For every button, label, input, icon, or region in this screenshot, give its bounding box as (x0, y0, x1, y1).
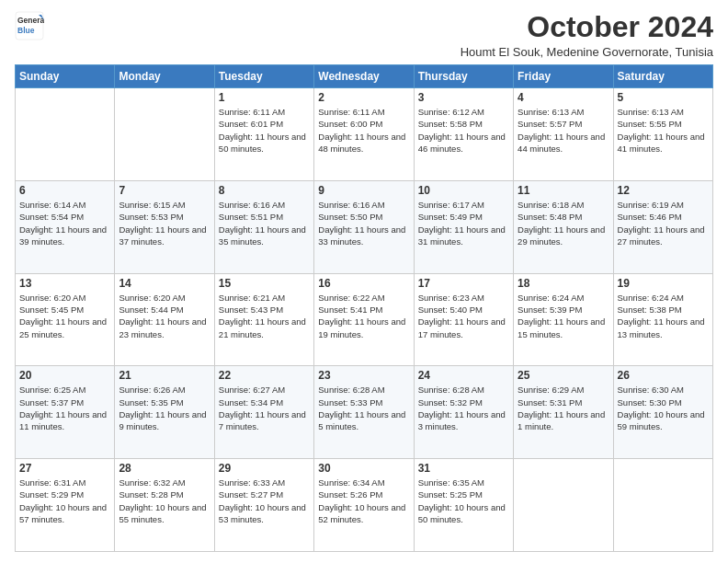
calendar-cell: 22Sunrise: 6:27 AMSunset: 5:34 PMDayligh… (214, 366, 313, 459)
calendar-cell: 11Sunrise: 6:18 AMSunset: 5:48 PMDayligh… (514, 180, 613, 273)
logo-container: General Blue (15, 11, 44, 40)
calendar-cell (514, 459, 613, 552)
svg-text:General: General (17, 16, 44, 25)
day-info: Sunrise: 6:17 AMSunset: 5:49 PMDaylight:… (418, 199, 509, 247)
calendar-week-1: 1Sunrise: 6:11 AMSunset: 6:01 PMDaylight… (16, 88, 713, 181)
day-info: Sunrise: 6:29 AMSunset: 5:31 PMDaylight:… (518, 384, 609, 432)
day-number: 23 (318, 369, 409, 382)
logo-graphic: General Blue (15, 11, 44, 40)
calendar-cell: 31Sunrise: 6:35 AMSunset: 5:25 PMDayligh… (414, 459, 513, 552)
title-section: October 2024 Houmt El Souk, Medenine Gov… (461, 11, 713, 59)
calendar-cell: 29Sunrise: 6:33 AMSunset: 5:27 PMDayligh… (214, 459, 313, 552)
calendar-cell: 16Sunrise: 6:22 AMSunset: 5:41 PMDayligh… (314, 273, 414, 366)
calendar-header-tuesday: Tuesday (214, 65, 313, 88)
day-number: 2 (318, 91, 409, 104)
day-number: 16 (318, 277, 409, 290)
calendar-week-2: 6Sunrise: 6:14 AMSunset: 5:54 PMDaylight… (16, 180, 713, 273)
calendar-cell (613, 459, 712, 552)
calendar-cell: 15Sunrise: 6:21 AMSunset: 5:43 PMDayligh… (214, 273, 313, 366)
day-number: 24 (418, 369, 509, 382)
calendar-cell: 7Sunrise: 6:15 AMSunset: 5:53 PMDaylight… (115, 180, 214, 273)
day-number: 28 (119, 462, 210, 475)
calendar-cell: 13Sunrise: 6:20 AMSunset: 5:45 PMDayligh… (16, 273, 115, 366)
calendar-cell: 30Sunrise: 6:34 AMSunset: 5:26 PMDayligh… (314, 459, 414, 552)
calendar-cell: 17Sunrise: 6:23 AMSunset: 5:40 PMDayligh… (414, 273, 513, 366)
day-info: Sunrise: 6:24 AMSunset: 5:39 PMDaylight:… (518, 292, 609, 340)
calendar-table: SundayMondayTuesdayWednesdayThursdayFrid… (15, 64, 713, 552)
calendar-cell: 12Sunrise: 6:19 AMSunset: 5:46 PMDayligh… (613, 180, 712, 273)
svg-text:Blue: Blue (17, 26, 35, 35)
calendar-cell: 27Sunrise: 6:31 AMSunset: 5:29 PMDayligh… (16, 459, 115, 552)
calendar-cell: 20Sunrise: 6:25 AMSunset: 5:37 PMDayligh… (16, 366, 115, 459)
day-info: Sunrise: 6:25 AMSunset: 5:37 PMDaylight:… (19, 384, 110, 432)
day-info: Sunrise: 6:12 AMSunset: 5:58 PMDaylight:… (418, 106, 509, 155)
day-info: Sunrise: 6:15 AMSunset: 5:53 PMDaylight:… (119, 199, 210, 247)
calendar-header-friday: Friday (514, 65, 613, 88)
day-number: 7 (119, 184, 210, 197)
day-number: 19 (618, 277, 709, 290)
calendar-week-3: 13Sunrise: 6:20 AMSunset: 5:45 PMDayligh… (16, 273, 713, 366)
calendar-week-5: 27Sunrise: 6:31 AMSunset: 5:29 PMDayligh… (16, 459, 713, 552)
calendar-cell: 9Sunrise: 6:16 AMSunset: 5:50 PMDaylight… (314, 180, 414, 273)
day-info: Sunrise: 6:35 AMSunset: 5:25 PMDaylight:… (418, 477, 509, 525)
calendar-cell: 18Sunrise: 6:24 AMSunset: 5:39 PMDayligh… (514, 273, 613, 366)
day-info: Sunrise: 6:11 AMSunset: 6:01 PMDaylight:… (219, 106, 310, 155)
day-number: 18 (518, 277, 609, 290)
page: General Blue October 2024 Houmt El Souk,… (0, 0, 728, 563)
day-info: Sunrise: 6:20 AMSunset: 5:45 PMDaylight:… (19, 292, 110, 340)
day-number: 22 (219, 369, 310, 382)
calendar-header-thursday: Thursday (414, 65, 513, 88)
day-number: 15 (219, 277, 310, 290)
day-info: Sunrise: 6:27 AMSunset: 5:34 PMDaylight:… (219, 384, 310, 432)
day-info: Sunrise: 6:24 AMSunset: 5:38 PMDaylight:… (618, 292, 709, 340)
calendar-header-row: SundayMondayTuesdayWednesdayThursdayFrid… (16, 65, 713, 88)
calendar-week-4: 20Sunrise: 6:25 AMSunset: 5:37 PMDayligh… (16, 366, 713, 459)
day-number: 27 (19, 462, 110, 475)
calendar-cell: 21Sunrise: 6:26 AMSunset: 5:35 PMDayligh… (115, 366, 214, 459)
day-info: Sunrise: 6:23 AMSunset: 5:40 PMDaylight:… (418, 292, 509, 340)
calendar-cell: 10Sunrise: 6:17 AMSunset: 5:49 PMDayligh… (414, 180, 513, 273)
day-info: Sunrise: 6:30 AMSunset: 5:30 PMDaylight:… (618, 384, 709, 432)
day-number: 13 (19, 277, 110, 290)
day-number: 6 (19, 184, 110, 197)
day-number: 14 (119, 277, 210, 290)
calendar-cell: 26Sunrise: 6:30 AMSunset: 5:30 PMDayligh… (613, 366, 712, 459)
calendar-cell: 24Sunrise: 6:28 AMSunset: 5:32 PMDayligh… (414, 366, 513, 459)
logo: General Blue (15, 11, 44, 40)
day-info: Sunrise: 6:28 AMSunset: 5:33 PMDaylight:… (318, 384, 409, 432)
calendar-header-wednesday: Wednesday (314, 65, 414, 88)
day-number: 5 (618, 91, 709, 104)
day-info: Sunrise: 6:20 AMSunset: 5:44 PMDaylight:… (119, 292, 210, 340)
calendar-cell: 3Sunrise: 6:12 AMSunset: 5:58 PMDaylight… (414, 88, 513, 181)
day-number: 8 (219, 184, 310, 197)
day-info: Sunrise: 6:13 AMSunset: 5:57 PMDaylight:… (518, 106, 609, 155)
day-number: 29 (219, 462, 310, 475)
day-number: 20 (19, 369, 110, 382)
calendar-cell: 4Sunrise: 6:13 AMSunset: 5:57 PMDaylight… (514, 88, 613, 181)
day-info: Sunrise: 6:26 AMSunset: 5:35 PMDaylight:… (119, 384, 210, 432)
day-info: Sunrise: 6:19 AMSunset: 5:46 PMDaylight:… (618, 199, 709, 247)
day-number: 4 (518, 91, 609, 104)
calendar-header-monday: Monday (115, 65, 214, 88)
calendar-cell: 8Sunrise: 6:16 AMSunset: 5:51 PMDaylight… (214, 180, 313, 273)
day-number: 1 (219, 91, 310, 104)
day-info: Sunrise: 6:22 AMSunset: 5:41 PMDaylight:… (318, 292, 409, 340)
day-number: 30 (318, 462, 409, 475)
day-info: Sunrise: 6:11 AMSunset: 6:00 PMDaylight:… (318, 106, 409, 155)
day-number: 9 (318, 184, 409, 197)
calendar-cell: 23Sunrise: 6:28 AMSunset: 5:33 PMDayligh… (314, 366, 414, 459)
calendar-cell: 5Sunrise: 6:13 AMSunset: 5:55 PMDaylight… (613, 88, 712, 181)
day-number: 17 (418, 277, 509, 290)
day-number: 11 (518, 184, 609, 197)
day-info: Sunrise: 6:18 AMSunset: 5:48 PMDaylight:… (518, 199, 609, 247)
day-info: Sunrise: 6:14 AMSunset: 5:54 PMDaylight:… (19, 199, 110, 247)
calendar-cell: 14Sunrise: 6:20 AMSunset: 5:44 PMDayligh… (115, 273, 214, 366)
day-info: Sunrise: 6:21 AMSunset: 5:43 PMDaylight:… (219, 292, 310, 340)
location: Houmt El Souk, Medenine Governorate, Tun… (461, 45, 713, 59)
day-info: Sunrise: 6:13 AMSunset: 5:55 PMDaylight:… (618, 106, 709, 155)
day-number: 12 (618, 184, 709, 197)
calendar-cell: 19Sunrise: 6:24 AMSunset: 5:38 PMDayligh… (613, 273, 712, 366)
day-info: Sunrise: 6:16 AMSunset: 5:50 PMDaylight:… (318, 199, 409, 247)
calendar-cell: 1Sunrise: 6:11 AMSunset: 6:01 PMDaylight… (214, 88, 313, 181)
calendar-cell: 28Sunrise: 6:32 AMSunset: 5:28 PMDayligh… (115, 459, 214, 552)
